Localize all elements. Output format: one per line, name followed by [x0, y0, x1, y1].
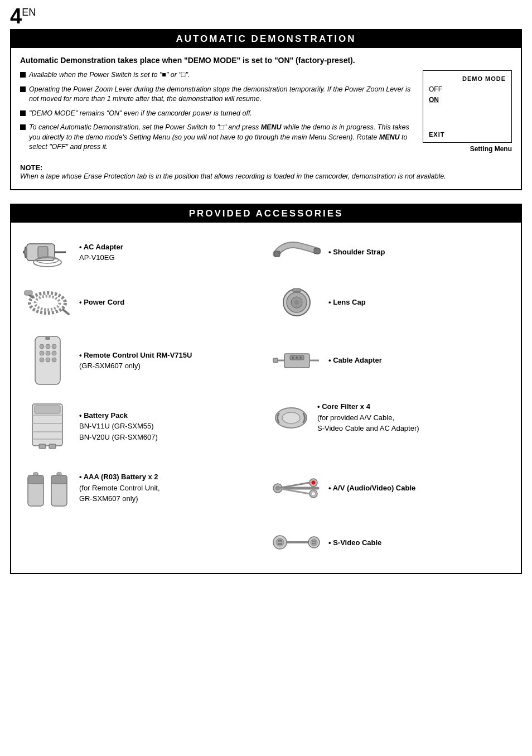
svg-rect-27 — [45, 337, 50, 340]
svg-point-24 — [40, 358, 44, 362]
cable-adapter-icon — [272, 345, 322, 376]
ac-adapter-label: • AC Adapter AP-V10EG — [79, 242, 123, 263]
svg-point-67 — [280, 543, 282, 545]
demo-screen-caption: Setting Menu — [470, 145, 512, 153]
svg-point-22 — [46, 351, 50, 355]
demo-exit-label: EXIT — [429, 131, 506, 138]
svg-rect-6 — [314, 248, 320, 254]
demo-off-label: OFF ON — [429, 84, 506, 105]
battery-icon — [22, 401, 72, 451]
bullet-icon — [20, 72, 26, 78]
svg-rect-48 — [28, 475, 43, 484]
demo-screen-container: DEMO MODE OFF ON EXIT Setting Menu — [423, 70, 512, 157]
accessories-grid: • AC Adapter AP-V10EG • Shoulder St — [17, 227, 515, 569]
accessory-ac-adapter: • AC Adapter AP-V10EG — [17, 227, 266, 277]
svg-point-63 — [276, 538, 284, 546]
demo-mode-label: DEMO MODE — [429, 75, 506, 82]
demo-bullet-3: "DEMO MODE" remains "ON" even if the cam… — [20, 109, 414, 119]
accessory-av-cable: • A/V (Audio/Video) Cable — [266, 459, 515, 517]
accessory-core-filter: • Core Filter x 4 (for provided A/V Cabl… — [266, 393, 515, 459]
svg-rect-41 — [39, 444, 46, 449]
svg-point-64 — [278, 540, 280, 542]
svg-point-69 — [311, 539, 317, 546]
accessory-cable-adapter: • Cable Adapter — [266, 328, 515, 393]
svg-point-58 — [311, 492, 315, 496]
accessory-lens-cap: • Lens Cap — [266, 277, 515, 328]
ac-adapter-icon — [22, 235, 72, 269]
lens-cap-icon — [272, 286, 322, 319]
svideo-label: • S-Video Cable — [328, 537, 381, 548]
svg-rect-11 — [25, 291, 32, 295]
shoulder-strap-label: • Shoulder Strap — [328, 247, 385, 258]
svg-point-19 — [46, 344, 50, 349]
accessory-svideo-cable: • S-Video Cable — [266, 517, 515, 569]
demo-intro: Automatic Demonstration takes place when… — [20, 56, 512, 65]
av-cable-label: • A/V (Audio/Video) Cable — [328, 483, 415, 494]
svg-point-20 — [52, 344, 56, 349]
accessories-title: PROVIDED ACCESSORIES — [11, 205, 521, 223]
svg-point-26 — [52, 358, 56, 362]
bullet-icon — [20, 86, 26, 92]
accessory-aaa-battery: • AAA (R03) Battery x 2 (for Remote Cont… — [17, 459, 266, 517]
power-cord-label: • Power Cord — [79, 297, 124, 308]
note-label: NOTE: — [20, 163, 42, 172]
note-section: NOTE: When a tape whose Erase Protection… — [20, 163, 512, 182]
accessory-shoulder-strap: • Shoulder Strap — [266, 227, 515, 277]
svg-point-72 — [312, 543, 313, 545]
svg-rect-42 — [49, 444, 56, 449]
demo-bullet-1: Available when the Power Switch is set t… — [20, 70, 414, 80]
svg-rect-43 — [35, 406, 60, 413]
svg-point-25 — [46, 358, 50, 362]
cable-adapter-label: • Cable Adapter — [328, 355, 382, 366]
svg-rect-5 — [274, 251, 280, 257]
svg-rect-1 — [38, 247, 48, 258]
svg-point-8 — [35, 296, 60, 310]
svg-point-45 — [282, 412, 300, 423]
accessory-power-cord: • Power Cord — [17, 277, 266, 328]
lens-cap-label: • Lens Cap — [328, 297, 366, 308]
svg-rect-16 — [293, 288, 301, 292]
page-number: 4EN — [10, 6, 522, 27]
battery-label: • Battery Pack BN-V11U (GR-SXM55) BN-V20… — [79, 410, 158, 443]
demo-bullet-4: To cancel Automatic Demonstration, set t… — [20, 123, 414, 152]
svg-point-21 — [40, 351, 44, 355]
demo-bullet-2: Operating the Power Zoom Lever during th… — [20, 85, 414, 104]
svg-point-32 — [299, 357, 302, 359]
auto-demo-title: AUTOMATIC DEMONSTRATION — [11, 30, 521, 48]
svg-point-18 — [40, 344, 44, 349]
aaa-battery-icon — [22, 467, 72, 509]
note-text: When a tape whose Erase Protection tab i… — [20, 172, 446, 180]
core-filter-icon — [272, 402, 311, 433]
svg-point-65 — [280, 540, 282, 542]
svg-point-70 — [312, 541, 313, 542]
svg-point-73 — [314, 543, 316, 545]
accessory-battery: • Battery Pack BN-V11U (GR-SXM55) BN-V20… — [17, 393, 266, 459]
bullet-icon — [20, 124, 26, 130]
remote-label: • Remote Control Unit RM-V715U (GR-SXM60… — [79, 350, 192, 372]
core-filter-row: • Core Filter x 4 (for provided A/V Cabl… — [272, 401, 419, 434]
svg-point-23 — [52, 351, 56, 355]
svg-point-71 — [314, 541, 316, 542]
power-cord-icon — [22, 287, 72, 318]
av-cable-icon — [272, 467, 322, 509]
aaa-battery-label: • AAA (R03) Battery x 2 (for Remote Cont… — [79, 471, 160, 504]
shoulder-strap-icon — [272, 237, 322, 268]
svg-point-66 — [278, 543, 280, 545]
demo-bullets: Available when the Power Switch is set t… — [20, 70, 414, 157]
auto-demo-section: AUTOMATIC DEMONSTRATION Automatic Demons… — [10, 29, 522, 190]
accessories-section: PROVIDED ACCESSORIES — [10, 204, 522, 574]
svg-line-10 — [63, 310, 69, 314]
remote-icon — [22, 335, 72, 386]
svg-point-31 — [296, 357, 298, 359]
bullet-icon — [20, 110, 26, 116]
svideo-cable-icon — [272, 524, 322, 561]
demo-screen: DEMO MODE OFF ON EXIT — [423, 70, 512, 143]
svg-rect-35 — [273, 358, 278, 363]
core-filter-label: • Core Filter x 4 (for provided A/V Cabl… — [317, 401, 419, 434]
svg-point-15 — [294, 300, 299, 305]
svg-point-30 — [292, 357, 294, 359]
svg-rect-51 — [51, 475, 67, 484]
accessory-remote: • Remote Control Unit RM-V715U (GR-SXM60… — [17, 328, 266, 393]
svg-point-56 — [311, 481, 315, 485]
